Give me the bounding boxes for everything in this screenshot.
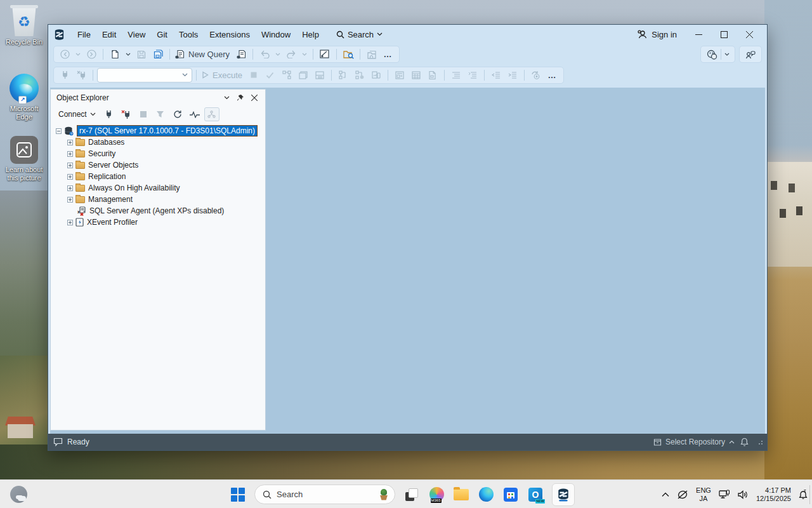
- new-file-button[interactable]: [107, 47, 122, 62]
- results-to-grid-button[interactable]: [409, 68, 424, 83]
- back-history-dropdown[interactable]: [74, 47, 82, 62]
- navigate-backward-button[interactable]: [57, 47, 72, 62]
- filter-button[interactable]: [153, 107, 168, 121]
- copilot-dropdown[interactable]: [723, 47, 731, 62]
- toolbar-overflow-button[interactable]: …: [545, 68, 560, 83]
- solution-explorer-button[interactable]: [364, 47, 379, 62]
- desktop-icon-recycle-bin[interactable]: ♻ Recycle Bin: [0, 5, 48, 46]
- new-file-dropdown[interactable]: [124, 47, 133, 62]
- desktop-icon-microsoft-edge[interactable]: ↗ Microsoft Edge: [0, 74, 48, 121]
- query-options-button[interactable]: [296, 68, 311, 83]
- expand-icon[interactable]: [67, 163, 73, 168]
- volume-tray-button[interactable]: [738, 490, 749, 499]
- connect-dropdown[interactable]: Connect: [55, 109, 100, 120]
- disconnect-server-button[interactable]: [119, 107, 134, 121]
- expand-icon[interactable]: [67, 174, 73, 180]
- change-connection-button[interactable]: [74, 68, 89, 83]
- tree-node-databases[interactable]: Databases: [51, 137, 265, 148]
- expand-icon[interactable]: [67, 197, 73, 203]
- show-desktop-button[interactable]: [809, 485, 812, 504]
- object-explorer-header[interactable]: Object Explorer: [51, 90, 265, 105]
- select-repository-button[interactable]: Select Repository: [653, 438, 735, 446]
- menu-help[interactable]: Help: [296, 27, 325, 42]
- network-tray-button[interactable]: [719, 490, 730, 499]
- start-button[interactable]: [230, 486, 246, 503]
- new-query-button[interactable]: [174, 47, 186, 62]
- results-to-text-button[interactable]: [392, 68, 407, 83]
- save-button[interactable]: [134, 47, 149, 62]
- collapse-icon[interactable]: [56, 128, 62, 134]
- ssms-taskbar-button-active[interactable]: [552, 483, 575, 506]
- notifications-button[interactable]: [740, 438, 749, 446]
- minimize-button[interactable]: [686, 26, 711, 43]
- input-language-indicator[interactable]: ENG JA: [696, 486, 711, 503]
- copilot-m365-button[interactable]: [428, 486, 445, 503]
- cancel-query-button[interactable]: [246, 68, 261, 83]
- new-notebook-button[interactable]: [233, 47, 249, 62]
- parse-button[interactable]: [263, 68, 278, 83]
- tree-node-management[interactable]: Management: [51, 194, 265, 205]
- close-panel-button[interactable]: [247, 91, 261, 104]
- tree-node-server[interactable]: ? rx-7 (SQL Server 17.0.1000.7 - FD3S01\…: [51, 125, 265, 137]
- menu-search[interactable]: Search: [331, 28, 388, 41]
- refresh-intellisense-button[interactable]: [528, 68, 544, 83]
- tray-mouse-disabled-button[interactable]: [677, 490, 688, 500]
- menu-view[interactable]: View: [122, 27, 151, 42]
- menu-window[interactable]: Window: [256, 27, 296, 42]
- auto-hide-pin-button[interactable]: [233, 91, 247, 104]
- weather-widget-icon[interactable]: [10, 486, 27, 503]
- tray-overflow-button[interactable]: [662, 492, 669, 497]
- tree-node-server-objects[interactable]: Server Objects: [51, 159, 265, 171]
- menu-extensions[interactable]: Extensions: [204, 27, 256, 42]
- query-window-button[interactable]: [317, 47, 332, 62]
- tree-node-sql-server-agent[interactable]: x SQL Server Agent (Agent XPs disabled): [51, 205, 265, 217]
- navigate-forward-button[interactable]: [84, 47, 99, 62]
- save-all-button[interactable]: [150, 47, 166, 62]
- find-in-files-button[interactable]: [341, 47, 356, 62]
- send-feedback-button[interactable]: [743, 47, 758, 62]
- edge-button[interactable]: [478, 486, 494, 503]
- comment-lines-button[interactable]: [449, 68, 464, 83]
- clock-tray[interactable]: 4:17 PM 12/15/2025: [756, 486, 791, 503]
- maximize-button[interactable]: [711, 26, 737, 43]
- menu-file[interactable]: File: [72, 27, 96, 42]
- tree-node-always-on[interactable]: Always On High Availability: [51, 182, 265, 194]
- execute-button[interactable]: [200, 68, 210, 83]
- do-not-disturb-button[interactable]: [799, 490, 808, 500]
- connect-server-button[interactable]: [102, 107, 117, 121]
- menu-tools[interactable]: Tools: [173, 27, 204, 42]
- desktop-icon-learn-about-picture[interactable]: Learn about this picture: [0, 136, 48, 182]
- window-position-dropdown[interactable]: [219, 91, 233, 104]
- toolbar-overflow-button[interactable]: …: [381, 47, 396, 62]
- menu-edit[interactable]: Edit: [96, 27, 122, 42]
- connect-query-button[interactable]: [57, 68, 72, 83]
- expand-icon[interactable]: [67, 140, 73, 145]
- file-explorer-button[interactable]: [453, 486, 469, 503]
- tree-node-replication[interactable]: Replication: [51, 171, 265, 182]
- decrease-indent-button[interactable]: [488, 68, 504, 83]
- live-query-stats-button[interactable]: [369, 68, 384, 83]
- microsoft-store-button[interactable]: [502, 486, 519, 503]
- sign-in-button[interactable]: Sign in: [638, 30, 677, 39]
- expand-icon[interactable]: [67, 220, 73, 225]
- specify-values-button[interactable]: [336, 68, 351, 83]
- results-to-file-button[interactable]: [425, 68, 440, 83]
- results-grid-button[interactable]: [312, 68, 327, 83]
- execute-label[interactable]: Execute: [211, 70, 245, 80]
- refresh-button[interactable]: [170, 107, 185, 121]
- menu-git[interactable]: Git: [151, 27, 173, 42]
- database-dropdown[interactable]: [97, 68, 192, 83]
- resize-grip[interactable]: [757, 439, 763, 445]
- outlook-button[interactable]: O: [527, 486, 544, 503]
- new-query-label[interactable]: New Query: [187, 50, 232, 59]
- increase-indent-button[interactable]: [505, 68, 520, 83]
- close-button[interactable]: [737, 26, 762, 43]
- taskbar-search-box[interactable]: Search: [254, 485, 395, 504]
- redo-dropdown[interactable]: [300, 47, 309, 62]
- tree-node-security[interactable]: Security: [51, 148, 265, 159]
- display-estimated-plan-button[interactable]: [279, 68, 294, 83]
- expand-icon[interactable]: [67, 151, 73, 157]
- scripting-options-button[interactable]: [204, 107, 219, 121]
- redo-button[interactable]: [284, 47, 299, 62]
- copilot-button[interactable]: [704, 47, 719, 62]
